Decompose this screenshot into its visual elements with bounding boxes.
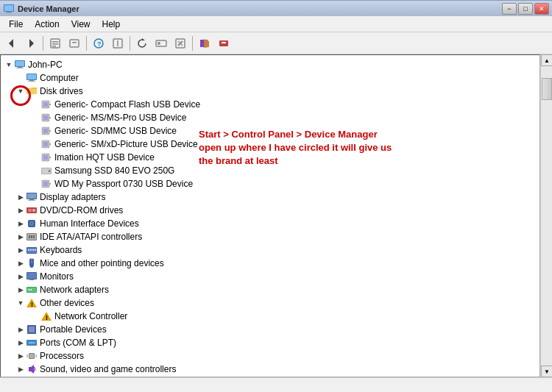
menu-help[interactable]: Help	[96, 18, 127, 31]
toolbar-btn-2[interactable]	[66, 35, 83, 52]
window-icon	[3, 3, 15, 15]
tree-item-system-devices[interactable]: ▶ System devices	[1, 376, 539, 377]
tree-item-wd[interactable]: WD My Passport 0730 USB Device	[1, 177, 539, 190]
tree-item-sm-xd[interactable]: Generic- SM/xD-Picture USB Device	[1, 138, 539, 151]
tree-panel[interactable]: ▼ John-PC Computer ▼ Disk drives	[0, 54, 540, 377]
dvd-icon	[26, 204, 38, 216]
svg-rect-80	[29, 279, 34, 280]
svg-rect-32	[28, 81, 35, 82]
scrollbar[interactable]: ▲ ▼	[540, 54, 552, 377]
tree-item-sound[interactable]: ▶ Sound, video and game controllers	[1, 363, 539, 376]
expand-sd-mmc	[30, 126, 40, 136]
toolbar-btn-3[interactable]	[109, 35, 127, 52]
minimize-button[interactable]: −	[502, 3, 517, 15]
svg-marker-5	[29, 39, 34, 48]
tree-item-network-controller[interactable]: ! Network Controller	[1, 310, 539, 323]
svg-rect-44	[43, 142, 48, 146]
expand-sound[interactable]: ▶	[15, 364, 26, 374]
svg-rect-38	[43, 115, 48, 120]
tree-item-dvd-cdrom[interactable]: ▶ DVD/CD-ROM drives	[1, 204, 539, 217]
net-icon	[26, 284, 38, 296]
tree-item-portable-devices[interactable]: ▶ Portable Devices	[1, 323, 539, 336]
tree-item-disk-drives[interactable]: ▼ Disk drives	[1, 85, 539, 98]
tree-item-computer[interactable]: Computer	[1, 71, 539, 85]
scroll-down[interactable]: ▼	[541, 366, 552, 377]
tree-item-monitors[interactable]: ▶ Monitors	[1, 270, 539, 283]
expand-monitors[interactable]: ▶	[15, 271, 26, 282]
svg-point-51	[49, 170, 51, 172]
main-content: Start > Control Panel > Device Manager o…	[0, 54, 552, 377]
expand-display-adapters[interactable]: ▶	[15, 192, 26, 202]
tree-item-processors[interactable]: ▶ Processors	[1, 349, 539, 363]
tree-item-keyboards[interactable]: ▶ Keyboards	[1, 243, 539, 257]
tree-item-mice[interactable]: ▶ Mice and other pointing devices	[1, 257, 539, 270]
tree-item-hid[interactable]: ▶ Human Interface Devices	[1, 217, 539, 230]
expand-hid[interactable]: ▶	[15, 218, 26, 229]
expand-root[interactable]: ▼	[4, 60, 14, 70]
close-button[interactable]: ✕	[534, 3, 549, 15]
menu-view[interactable]: View	[66, 18, 96, 31]
svg-text:?: ?	[97, 40, 102, 48]
svg-rect-1	[4, 5, 13, 11]
svg-rect-70	[33, 235, 35, 238]
status-bar	[0, 377, 552, 392]
tree-item-samsung[interactable]: Samsung SSD 840 EVO 250G	[1, 164, 539, 177]
expand-processors[interactable]: ▶	[15, 351, 26, 361]
tree-item-ide[interactable]: ▶ IDE ATA/ATAPI controllers	[1, 230, 539, 243]
svg-rect-75	[32, 249, 34, 251]
item-label-ms-pro: Generic- MS/MS-Pro USB Device	[54, 113, 186, 123]
toolbar-btn-refresh[interactable]	[133, 35, 151, 52]
usb-icon	[40, 125, 52, 137]
scroll-up[interactable]: ▲	[541, 54, 552, 66]
maximize-button[interactable]: □	[518, 3, 533, 15]
tree-item-network-adapters[interactable]: ▶ Network adapters	[1, 283, 539, 296]
expand-portable-devices[interactable]: ▶	[15, 324, 26, 335]
expand-ide[interactable]: ▶	[15, 232, 26, 242]
item-label-mice: Mice and other pointing devices	[40, 258, 164, 268]
menu-action[interactable]: Action	[29, 18, 65, 31]
toolbar-btn-help[interactable]: ?	[90, 35, 107, 52]
tree-item-ms-pro[interactable]: Generic- MS/MS-Pro USB Device	[1, 111, 539, 124]
svg-rect-10	[70, 40, 79, 47]
expand-samsung	[30, 165, 40, 176]
item-label-keyboards: Keyboards	[40, 245, 82, 255]
svg-rect-35	[43, 102, 48, 107]
toolbar-btn-uninstall[interactable]	[215, 35, 233, 52]
tree-item-other-devices[interactable]: ▼ ! Other devices	[1, 296, 539, 310]
svg-rect-69	[31, 235, 32, 238]
expand-keyboards[interactable]: ▶	[15, 245, 26, 255]
expand-network-adapters[interactable]: ▶	[15, 285, 26, 295]
expand-dvd-cdrom[interactable]: ▶	[15, 205, 26, 215]
toolbar-btn-5[interactable]	[171, 35, 189, 52]
forward-button[interactable]	[22, 35, 40, 52]
item-label-sound: Sound, video and game controllers	[40, 364, 176, 374]
usb-icon	[40, 152, 52, 163]
toolbar-btn-4[interactable]	[152, 35, 170, 52]
expand-other-devices[interactable]: ▼	[15, 298, 26, 308]
toolbar-btn-properties[interactable]	[46, 35, 64, 52]
item-label-network-adapters: Network adapters	[40, 285, 109, 295]
scroll-thumb[interactable]	[542, 78, 552, 100]
expand-computer	[15, 73, 26, 83]
toolbar-btn-scan[interactable]	[196, 35, 213, 52]
svg-marker-4	[9, 39, 13, 48]
back-button[interactable]	[3, 35, 21, 52]
svg-point-95	[33, 342, 35, 344]
tree-item-imation[interactable]: Imation HQT USB Device	[1, 151, 539, 164]
tree-item-sd-mmc[interactable]: Generic- SD/MMC USB Device	[1, 124, 539, 138]
expand-ports[interactable]: ▶	[15, 338, 26, 348]
expand-disk-drives[interactable]: ▼	[15, 86, 26, 96]
tree-root[interactable]: ▼ John-PC	[1, 58, 539, 71]
svg-rect-27	[18, 67, 22, 68]
svg-rect-85	[31, 289, 32, 291]
toolbar: ?	[0, 32, 552, 54]
item-label-hid: Human Interface Devices	[40, 218, 139, 229]
tree-item-compact-flash[interactable]: Generic- Compact Flash USB Device	[1, 98, 539, 111]
menu-file[interactable]: File	[3, 18, 29, 31]
svg-rect-76	[35, 249, 36, 251]
warning-icon: !	[40, 310, 52, 322]
toolbar-separator-4	[192, 36, 193, 51]
tree-item-display-adapters[interactable]: ▶ Display adapters	[1, 190, 539, 204]
tree-item-ports[interactable]: ▶ Ports (COM & LPT)	[1, 336, 539, 349]
expand-mice[interactable]: ▶	[15, 258, 26, 268]
